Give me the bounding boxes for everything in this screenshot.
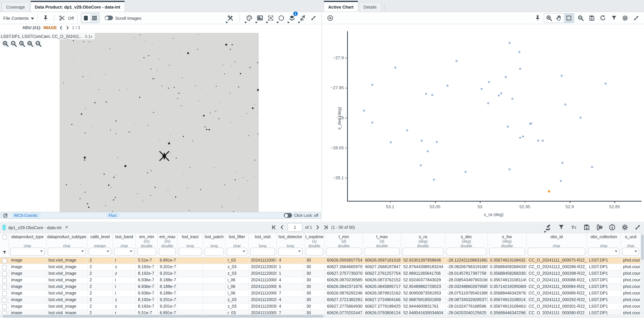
column-filter-input[interactable] bbox=[364, 248, 400, 256]
table-row[interactable]: imagelsst.visit_image2z8.192e-79.201e-7z… bbox=[0, 270, 640, 277]
column-filter-input[interactable] bbox=[204, 248, 224, 256]
expand-button[interactable] bbox=[308, 13, 318, 23]
file-contents-dropdown[interactable]: File Contents bbox=[3, 16, 34, 20]
row-checkbox[interactable] bbox=[2, 272, 7, 276]
column-header-obs_collection[interactable]: obs_collectionchar bbox=[587, 233, 621, 257]
column-filter-input[interactable] bbox=[227, 248, 247, 256]
filter-button[interactable] bbox=[556, 222, 566, 232]
tab-coverage[interactable]: Coverage bbox=[2, 2, 29, 11]
table-row[interactable]: imagelsst.visit_image2z8.192e-79.201e-7z… bbox=[0, 297, 640, 304]
data-point[interactable] bbox=[431, 94, 433, 96]
selected-data-point[interactable] bbox=[548, 190, 550, 192]
grid-view-button[interactable] bbox=[91, 14, 98, 22]
column-filter-input[interactable] bbox=[10, 248, 45, 256]
column-filter-input[interactable] bbox=[250, 248, 275, 256]
column-header-lsst_tract[interactable]: lsst_tractlong bbox=[178, 233, 203, 257]
scrollbar-thumb[interactable] bbox=[2, 315, 324, 317]
flux-label[interactable]: Flux: bbox=[106, 213, 120, 218]
data-point[interactable] bbox=[511, 98, 513, 100]
close-icon[interactable]: ✕ bbox=[65, 225, 68, 230]
recenter-button[interactable] bbox=[266, 13, 275, 23]
row-checkbox[interactable] bbox=[2, 291, 7, 296]
data-point[interactable] bbox=[363, 110, 365, 112]
data-point[interactable] bbox=[433, 178, 435, 180]
rotate-button[interactable] bbox=[598, 13, 608, 23]
data-point[interactable] bbox=[464, 171, 466, 173]
last-page-button[interactable] bbox=[323, 225, 328, 230]
data-point[interactable] bbox=[605, 83, 607, 84]
column-filter-input[interactable] bbox=[137, 248, 156, 256]
next-page-button[interactable] bbox=[315, 225, 320, 230]
data-point[interactable] bbox=[591, 166, 593, 168]
first-page-button[interactable] bbox=[271, 225, 276, 230]
column-header-lsst_band[interactable]: lsst_bandchar bbox=[113, 233, 136, 257]
row-checkbox[interactable] bbox=[2, 298, 7, 303]
column-header-calib_level[interactable]: calib_levelinteger bbox=[88, 233, 113, 257]
column-filter-input[interactable] bbox=[114, 248, 134, 256]
column-filter-input[interactable] bbox=[89, 248, 111, 256]
pin-button[interactable] bbox=[533, 13, 542, 23]
data-point[interactable] bbox=[580, 117, 582, 119]
text-format-button[interactable]: TT bbox=[569, 222, 579, 232]
data-point[interactable] bbox=[562, 162, 564, 164]
column-header-lsst_visit[interactable]: lsst_visitlong bbox=[249, 233, 277, 257]
data-point[interactable] bbox=[371, 122, 373, 124]
data-point[interactable] bbox=[564, 104, 566, 106]
column-filter-input[interactable] bbox=[159, 248, 176, 256]
row-checkbox[interactable] bbox=[2, 278, 7, 283]
row-checkbox[interactable] bbox=[2, 304, 7, 309]
data-point[interactable] bbox=[456, 60, 458, 62]
data-point[interactable] bbox=[446, 84, 448, 86]
data-point[interactable] bbox=[487, 102, 489, 104]
column-filter-input[interactable] bbox=[588, 248, 620, 256]
row-checkbox[interactable] bbox=[2, 265, 7, 270]
single-view-button[interactable] bbox=[82, 14, 90, 22]
zoom-out-icon[interactable] bbox=[10, 40, 17, 47]
data-point[interactable] bbox=[488, 81, 490, 83]
crop-button[interactable] bbox=[58, 13, 67, 23]
save-button[interactable] bbox=[582, 222, 591, 232]
page-number-input[interactable] bbox=[288, 223, 302, 232]
horizontal-scrollbar[interactable] bbox=[0, 314, 640, 318]
data-point[interactable] bbox=[508, 168, 510, 170]
column-filter-input[interactable] bbox=[446, 248, 486, 256]
column-header-s_dec[interactable]: s_dec(deg)double bbox=[445, 233, 488, 257]
table-row[interactable]: imagelsst.visit_image2z8.192e-79.201e-7z… bbox=[0, 304, 640, 310]
scroll-images-switch[interactable] bbox=[104, 16, 113, 20]
data-point[interactable] bbox=[406, 129, 408, 131]
column-header-obs_id[interactable]: obs_idchar bbox=[526, 233, 587, 257]
column-filter-input[interactable] bbox=[306, 248, 323, 256]
pin-button[interactable] bbox=[41, 13, 50, 23]
data-point[interactable] bbox=[436, 141, 438, 143]
data-point[interactable] bbox=[519, 68, 521, 70]
column-header-s_ra[interactable]: s_ra(deg)double bbox=[401, 233, 445, 257]
data-point[interactable] bbox=[560, 75, 562, 77]
table-row[interactable]: imagelsst.visit_image2z8.192e-79.201e-7z… bbox=[0, 264, 640, 270]
tab-details[interactable]: Details bbox=[359, 2, 381, 11]
select-all-checkbox[interactable] bbox=[2, 234, 7, 240]
data-point[interactable] bbox=[519, 136, 521, 138]
column-header-s_fov[interactable]: s_fov(deg)double bbox=[488, 233, 526, 257]
table-tab[interactable]: dp1_v29.ObsCore - data-int ✕ bbox=[2, 224, 68, 230]
circle-select-button[interactable] bbox=[276, 13, 286, 23]
column-header-t_exptime[interactable]: t_exptime(s)double bbox=[304, 233, 325, 257]
data-point[interactable] bbox=[522, 135, 524, 137]
column-filter-input[interactable] bbox=[528, 248, 585, 256]
data-point[interactable] bbox=[394, 66, 396, 68]
unlink-button[interactable] bbox=[298, 13, 307, 23]
external-link-icon[interactable] bbox=[3, 213, 8, 218]
data-point[interactable] bbox=[425, 93, 427, 95]
hdu-prev-button[interactable] bbox=[59, 26, 64, 30]
data-point[interactable] bbox=[390, 142, 392, 143]
zoom-1x-icon[interactable]: 1X bbox=[35, 40, 42, 47]
expand-button[interactable] bbox=[633, 222, 642, 232]
column-filter-input[interactable] bbox=[326, 248, 362, 256]
filter-icon[interactable] bbox=[2, 250, 7, 255]
column-filter-input[interactable] bbox=[622, 248, 639, 256]
tab-active-chart[interactable]: Active Chart bbox=[324, 1, 358, 12]
gear-button[interactable] bbox=[620, 13, 630, 23]
column-filter-input[interactable] bbox=[48, 248, 86, 256]
data-point[interactable] bbox=[542, 140, 544, 142]
zoom-fit-icon[interactable] bbox=[18, 40, 25, 47]
prev-page-button[interactable] bbox=[279, 225, 285, 230]
